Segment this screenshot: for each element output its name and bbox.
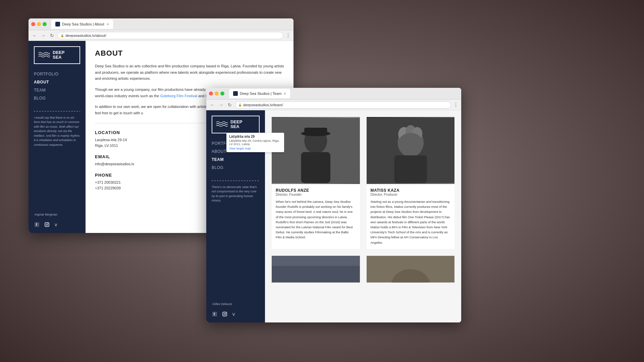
rudolfs-name: RUDOLFS ANZE (276, 188, 356, 193)
sidebar-item-team-2[interactable]: TEAM (212, 156, 260, 163)
address-bar-about[interactable]: 🔒 deepseastudios.lv/about/ (57, 32, 283, 39)
svg-point-3 (46, 224, 48, 226)
sidebar-item-blog[interactable]: BLOG (34, 95, 80, 102)
partial-photo-1-svg (272, 256, 360, 283)
rudolfs-photo-svg (272, 117, 360, 184)
facebook-icon-2[interactable]: f (212, 311, 218, 317)
matiss-bio: Starting out as a young documentarian an… (371, 199, 451, 245)
phone2: +371 20229039 (95, 185, 217, 191)
active-tab-team[interactable]: Deep Sea Studios | Team ✕ (229, 89, 290, 98)
email-block: EMAIL info@deepseastudios.lv (95, 154, 217, 167)
team-grid: RUDOLFS ANZE Director, Founder When he's… (272, 117, 454, 283)
facebook-icon[interactable]: f (34, 222, 40, 228)
forward-button[interactable]: → (40, 32, 47, 39)
back-button[interactable]: ← (31, 32, 38, 39)
refresh-button[interactable]: ↻ (49, 32, 55, 39)
logo-text-sea: SEA (53, 55, 64, 60)
matiss-photo-svg (367, 117, 455, 184)
map-larger-link[interactable]: View larger map (229, 147, 281, 150)
forward-button-team[interactable]: → (218, 102, 224, 108)
team-info-matiss: MATISS KAZA Director, Producer Starting … (367, 184, 455, 249)
team-main-content: RUDOLFS ANZE Director, Founder When he's… (265, 110, 461, 322)
chrome-nav-about: ← → ↻ 🔒 deepseastudios.lv/about/ ⋮ (29, 30, 293, 41)
refresh-button-team[interactable]: ↻ (226, 102, 233, 108)
tab-close-team[interactable]: ✕ (283, 92, 286, 96)
map-popup-title: Lāčplēša iela 29 (229, 135, 281, 138)
phone-label: PHONE (95, 173, 217, 178)
email-label: EMAIL (95, 154, 217, 159)
logo-text-sea-2: SEA (230, 124, 242, 129)
phone1: +371 20030221 (95, 180, 217, 186)
matiss-role: Director, Producer (371, 193, 451, 196)
sidebar-item-portfolio[interactable]: PORTFOLIO (34, 71, 80, 77)
minimize-button-traffic[interactable] (37, 22, 41, 26)
tab-title-team: Deep Sea Studios | Team (240, 92, 281, 96)
chrome-tab-bar: Deep Sea Studios | About ✕ (29, 18, 293, 30)
contact-info: LOCATION Lacplesa iela 29-14 Riga, LV-10… (95, 130, 217, 197)
traffic-lights (31, 22, 47, 26)
about-paragraph-1: Deep Sea Studios is an arts collective a… (95, 63, 284, 82)
location-block: LOCATION Lacplesa iela 29-14 Riga, LV-10… (95, 130, 217, 149)
svg-point-17 (225, 313, 226, 313)
team-photo-rudolfs (272, 117, 360, 184)
close-button-traffic[interactable] (31, 22, 35, 26)
minimize-button-team[interactable] (215, 92, 219, 96)
location-address2: Riga, LV-1011 (95, 143, 217, 149)
sidebar-quote-author: -Ingmar Bergman (34, 213, 80, 216)
logo-waves-svg (38, 50, 50, 60)
phone-block: PHONE +371 20030221 +371 20229039 (95, 173, 217, 191)
sidebar-item-about[interactable]: ABOUT (34, 79, 80, 85)
logo-team[interactable]: DEEP SEA (212, 116, 260, 133)
tab-favicon-about (55, 22, 60, 26)
team-photo-partial-1 (272, 256, 360, 283)
maximize-button-team[interactable] (220, 92, 224, 96)
team-member-partial-2 (367, 256, 455, 283)
team-info-rudolfs: RUDOLFS ANZE Director, Founder When he's… (272, 184, 360, 244)
address-bar-team[interactable]: 🔒 deepseastudios.lv/team/ (235, 101, 451, 109)
logo-text-deep: DEEP (53, 50, 64, 55)
address-url-team: deepseastudios.lv/team/ (243, 103, 283, 107)
svg-text:V: V (55, 223, 57, 227)
sidebar-social-icons-2: f V (212, 311, 260, 317)
more-options-button[interactable]: ⋮ (285, 32, 291, 39)
active-tab-about[interactable]: Deep Sea Studios | About ✕ (51, 19, 113, 29)
team-member-partial-1 (272, 256, 360, 283)
sidebar-about: DEEP SEA PORTFOLIO ABOUT TEAM BLOG I wou… (29, 41, 86, 233)
matiss-name: MATISS KAZA (371, 188, 451, 193)
team-photo-matiss (367, 117, 455, 184)
more-options-button-team[interactable]: ⋮ (453, 102, 459, 108)
email-value: info@deepseastudios.lv (95, 161, 217, 167)
instagram-icon-2[interactable] (222, 311, 228, 317)
sidebar-item-team[interactable]: TEAM (34, 87, 80, 94)
svg-rect-23 (304, 128, 327, 135)
svg-rect-15 (223, 312, 227, 316)
logo-waves-svg-2 (216, 120, 228, 129)
svg-rect-2 (45, 223, 49, 227)
instagram-icon[interactable] (44, 222, 50, 228)
map-popup-addr: Lāčplēša iela 29, Centra rajons, Riga, L… (229, 139, 281, 146)
tab-close-about[interactable]: ✕ (106, 22, 109, 26)
sidebar-quote-text: I would say that there is no art form th… (34, 116, 80, 211)
browser-window-team: Deep Sea Studios | Team ✕ ← → ↻ 🔒 deepse… (206, 88, 461, 322)
maximize-button-traffic[interactable] (43, 22, 47, 26)
vimeo-icon[interactable]: V (54, 222, 60, 228)
svg-rect-32 (272, 266, 360, 282)
chrome-nav-team: ← → ↻ 🔒 deepseastudios.lv/team/ ⋮ (206, 100, 461, 110)
close-button-team[interactable] (209, 92, 213, 96)
svg-point-30 (398, 133, 423, 154)
location-address1: Lacplesa iela 29-14 (95, 137, 217, 143)
svg-point-16 (224, 313, 226, 315)
address-lock-icon: 🔒 (60, 34, 64, 37)
logo-text-deep-2: DEEP (230, 120, 242, 124)
sidebar-item-blog-2[interactable]: BLOG (212, 164, 260, 171)
team-member-rudolfs: RUDOLFS ANZE Director, Founder When he's… (272, 117, 360, 249)
goteborg-link[interactable]: Goteborg Film Festival (160, 94, 197, 98)
partial-photo-2-svg (367, 256, 455, 283)
back-button-team[interactable]: ← (209, 102, 216, 108)
logo-about[interactable]: DEEP SEA (34, 46, 80, 64)
svg-text:V: V (232, 312, 235, 316)
sidebar-quote-text-2: There's no democratic state that's not c… (212, 185, 260, 300)
vimeo-icon-2[interactable]: V (232, 311, 238, 317)
svg-rect-26 (394, 156, 427, 183)
chrome-tab-bar-team: Deep Sea Studios | Team ✕ (206, 88, 461, 100)
